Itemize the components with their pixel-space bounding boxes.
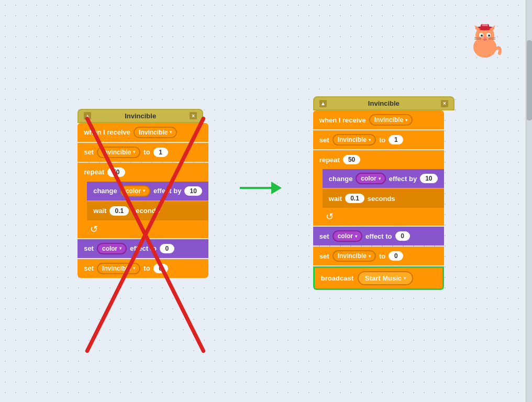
right-set2-var-dropdown[interactable]: Invincible ▾ [332,250,376,262]
right-set-color-dropdown[interactable]: color ▾ [332,230,362,242]
left-window-title: Invincible [125,112,156,120]
right-repeat-label: repeat [319,156,340,164]
right-window-close[interactable]: × [441,100,448,107]
cat-mascot-svg [464,21,506,63]
right-broadcast-block: broadcast Start Music ▾ [313,266,444,290]
left-set-value: 1 [153,148,168,157]
right-when-receive-label: when I receive [319,116,366,124]
left-set-to-label: to [143,148,150,156]
right-window-title: Invincible [368,99,400,107]
right-effect-by-value: 10 [420,174,437,183]
right-set-effect-value: 0 [395,231,410,241]
right-set-effect-label: set [319,232,329,240]
left-invincible-dropdown[interactable]: Invincible ▾ [134,127,177,138]
arrow-head [271,182,282,194]
right-when-receive-block: when I receive Invincible ▾ [313,110,444,129]
right-set-effect-block: set color ▾ effect to 0 [313,227,444,245]
left-effect-by-label: effect by [153,187,181,195]
left-repeat-footer: ↺ [77,220,208,238]
right-wait-block: wait 0.1 seconds [323,189,444,208]
scroll-thumb[interactable] [527,40,532,121]
right-repeat-footer: ↺ [313,208,444,226]
left-set-effect-label: set [84,244,94,252]
scrollbar[interactable] [526,0,532,402]
svg-point-11 [484,38,486,39]
left-change-effect-block: change color ▾ effect by 10 [87,182,208,200]
left-repeat-block: repeat 50 change color ▾ effect by 10 [77,163,208,238]
right-effect-by-label: effect by [389,175,417,183]
right-block-stack: when I receive Invincible ▾ set Invincib… [313,110,444,290]
left-wait-block: wait 0.1 seconds [87,202,208,220]
cat-mascot [464,21,506,63]
right-wait-label: wait [329,195,342,203]
left-set-label: set [84,148,94,156]
right-set-effect-to-label: effect to [365,232,392,240]
left-wait-seconds-label: seconds [132,207,160,215]
left-change-label: change [93,187,117,195]
left-set-color-dropdown[interactable]: color ▾ [97,243,127,254]
svg-point-9 [481,35,483,37]
left-set2-block: set Invincible ▾ to 0 [77,259,208,278]
svg-rect-6 [482,24,488,26]
right-broadcast-dropdown[interactable]: Start Music ▾ [358,271,413,285]
arrow-line [240,187,271,189]
right-set2-block: set Invincible ▾ to 0 [313,247,444,265]
main-container: ▲ Invincible × when I receive Invincible… [0,0,532,402]
left-set-effect-value: 0 [160,244,174,253]
right-set2-to-label: to [379,252,385,260]
right-wait-value: 0.1 [345,194,364,203]
left-set2-to-label: to [143,264,150,272]
left-repeat-arrow-icon: ↺ [90,224,98,235]
left-window-arrow[interactable]: ▲ [84,112,91,119]
right-repeat-arrow-icon: ↺ [326,211,334,222]
right-set2-value: 0 [389,251,403,261]
right-set-var-dropdown[interactable]: Invincible ▾ [332,134,376,146]
left-change-effect-dropdown[interactable]: color ▾ [120,185,150,197]
left-repeat-label: repeat [84,168,104,176]
right-repeat-header: repeat 50 [313,150,444,169]
left-set-effect-to-label: effect to [130,244,157,252]
left-set-var-dropdown[interactable]: Invincible ▾ [97,147,140,158]
right-change-effect-dropdown[interactable]: color ▾ [356,173,385,184]
left-set-block: set Invincible ▾ to 1 [77,143,208,162]
right-broadcast-label: broadcast [321,274,353,282]
left-set2-value: 0 [153,264,168,273]
right-repeat-value: 50 [343,155,360,164]
left-window-close[interactable]: × [190,112,197,119]
left-set2-var-dropdown[interactable]: Invincible ▾ [97,263,140,274]
right-set2-label: set [319,252,329,260]
right-set-block: set Invincible ▾ to 1 [313,130,444,149]
left-wait-label: wait [93,207,106,215]
left-set2-label: set [84,264,94,272]
left-effect-by-value: 10 [184,186,202,196]
right-change-label: change [329,175,353,183]
right-set-value: 1 [389,135,403,144]
left-when-receive-block: when I receive Invincible ▾ [77,123,208,142]
right-invincible-dropdown[interactable]: Invincible ▾ [369,114,413,126]
right-repeat-block: repeat 50 change color ▾ effect by 10 [313,150,444,226]
direction-arrow [240,182,282,220]
left-repeat-inner: change color ▾ effect by 10 wait 0.1 sec… [87,182,208,220]
green-arrow [240,182,282,194]
right-window-arrow[interactable]: ▲ [319,100,327,107]
right-set-to-label: to [379,136,385,144]
left-wait-value: 0.1 [109,206,129,216]
right-wait-seconds-label: seconds [368,195,395,203]
left-repeat-value: 50 [107,168,125,177]
left-when-receive-label: when I receive [84,128,130,136]
svg-point-10 [488,35,490,37]
right-window-titlebar: ▲ Invincible × [313,96,455,110]
right-change-effect-block: change color ▾ effect by 10 [323,169,444,188]
right-repeat-inner: change color ▾ effect by 10 wait 0.1 sec… [323,169,444,208]
left-block-stack: when I receive Invincible ▾ set Invincib… [77,123,208,278]
left-window-titlebar: ▲ Invincible × [77,109,203,123]
right-set-label: set [319,136,329,144]
left-set-effect-block: set color ▾ effect to 0 [77,239,208,258]
left-repeat-header: repeat 50 [77,163,208,182]
